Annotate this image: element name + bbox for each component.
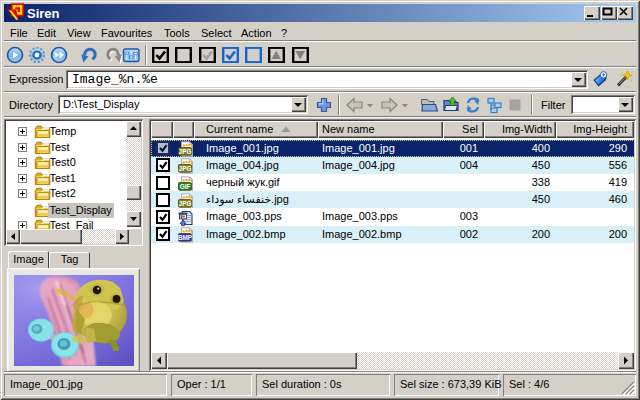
- svg-text:JPG: JPG: [179, 199, 192, 206]
- svg-text:JPG: JPG: [179, 148, 192, 155]
- svg-text:JPG: JPG: [179, 165, 192, 172]
- svg-text:GIF: GIF: [180, 182, 191, 189]
- svg-text:BMP: BMP: [178, 234, 193, 241]
